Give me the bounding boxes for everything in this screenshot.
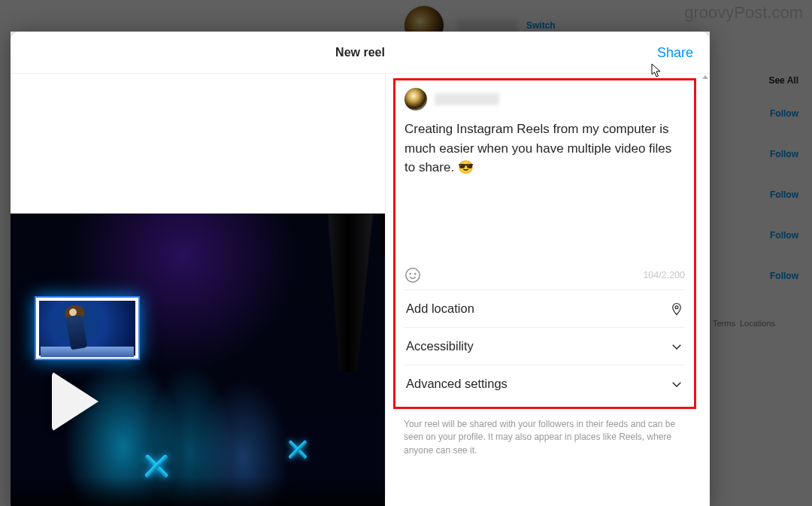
video-preview-pane — [11, 74, 385, 506]
character-counter: 104/2,200 — [643, 270, 685, 280]
play-button[interactable] — [52, 371, 114, 433]
reel-details-pane: Creating Instagram Reels from my compute… — [385, 74, 710, 506]
new-reel-modal: New reel Share — [11, 32, 710, 506]
follow-link[interactable]: Follow — [770, 230, 798, 241]
location-pin-icon — [670, 301, 683, 317]
accessibility-row[interactable]: Accessibility — [404, 327, 685, 365]
share-button[interactable]: Share — [657, 44, 693, 60]
svg-point-0 — [406, 268, 420, 282]
svg-point-3 — [675, 305, 678, 308]
follow-link[interactable]: Follow — [770, 108, 798, 119]
svg-point-2 — [415, 274, 416, 274]
caption-text: Creating Instagram Reels from my compute… — [404, 122, 671, 174]
follow-link[interactable]: Follow — [770, 189, 798, 200]
scrollbar[interactable] — [701, 74, 709, 506]
emoji-picker-icon[interactable] — [404, 267, 421, 283]
play-icon — [52, 371, 98, 432]
footer-link-terms[interactable]: Terms — [713, 319, 735, 328]
cursor-icon — [651, 63, 663, 78]
scroll-up-icon — [702, 75, 708, 79]
profile-username-redacted — [457, 19, 517, 32]
highlight-frame: Creating Instagram Reels from my compute… — [393, 78, 696, 409]
follow-link[interactable]: Follow — [770, 149, 798, 159]
caption-textarea[interactable]: Creating Instagram Reels from my compute… — [404, 120, 685, 256]
modal-header: New reel Share — [11, 32, 710, 74]
add-location-label: Add location — [406, 301, 474, 316]
follow-link[interactable]: Follow — [770, 271, 798, 281]
footer-link-locations[interactable]: Locations — [740, 319, 775, 328]
chevron-down-icon — [670, 376, 683, 392]
add-location-row[interactable]: Add location — [404, 289, 685, 327]
author-avatar — [404, 88, 427, 111]
site-watermark: groovyPost.com — [684, 3, 803, 23]
modal-title: New reel — [335, 46, 385, 59]
sharing-disclaimer: Your reel will be shared with your follo… — [386, 409, 710, 457]
video-thumbnail — [11, 214, 385, 506]
advanced-settings-row[interactable]: Advanced settings — [404, 365, 685, 402]
author-username-redacted — [435, 93, 499, 105]
advanced-settings-label: Advanced settings — [406, 377, 508, 391]
background-panel: Switch See All Follow Follow Follow Foll… — [699, 0, 812, 506]
chevron-down-icon — [670, 338, 683, 355]
switch-account-link[interactable]: Switch — [526, 20, 556, 31]
svg-point-1 — [410, 274, 411, 274]
sunglasses-emoji-icon: 😎 — [458, 158, 474, 177]
see-all-link[interactable]: See All — [768, 75, 798, 86]
author-row — [404, 88, 685, 111]
accessibility-label: Accessibility — [406, 339, 474, 353]
